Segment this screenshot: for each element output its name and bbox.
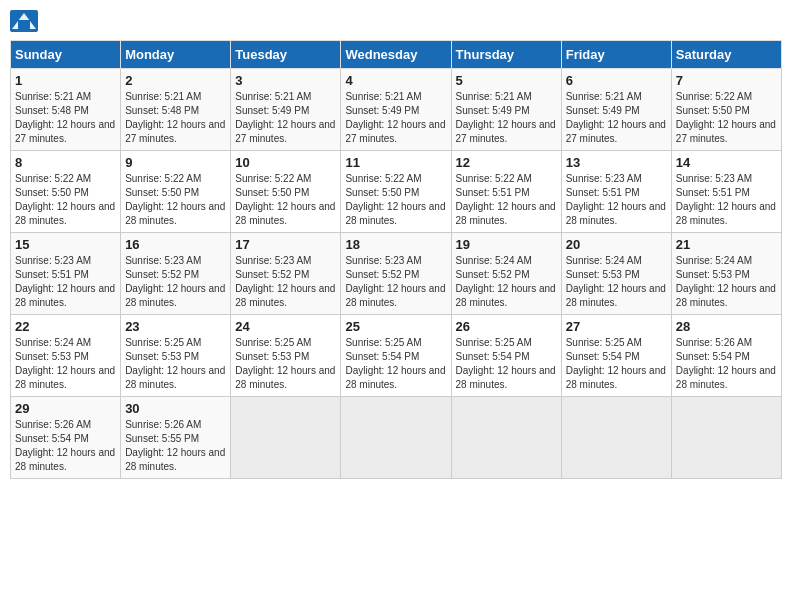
day-info: Sunrise: 5:23 AMSunset: 5:51 PMDaylight:… bbox=[676, 172, 777, 228]
day-number: 20 bbox=[566, 237, 667, 252]
calendar-cell bbox=[671, 397, 781, 479]
day-number: 19 bbox=[456, 237, 557, 252]
calendar-row: 1Sunrise: 5:21 AMSunset: 5:48 PMDaylight… bbox=[11, 69, 782, 151]
day-number: 18 bbox=[345, 237, 446, 252]
header-monday: Monday bbox=[121, 41, 231, 69]
calendar-cell: 9Sunrise: 5:22 AMSunset: 5:50 PMDaylight… bbox=[121, 151, 231, 233]
day-info: Sunrise: 5:22 AMSunset: 5:50 PMDaylight:… bbox=[345, 172, 446, 228]
svg-rect-2 bbox=[18, 20, 30, 29]
calendar-row: 8Sunrise: 5:22 AMSunset: 5:50 PMDaylight… bbox=[11, 151, 782, 233]
day-info: Sunrise: 5:22 AMSunset: 5:51 PMDaylight:… bbox=[456, 172, 557, 228]
day-info: Sunrise: 5:22 AMSunset: 5:50 PMDaylight:… bbox=[676, 90, 777, 146]
day-number: 28 bbox=[676, 319, 777, 334]
calendar-cell: 28Sunrise: 5:26 AMSunset: 5:54 PMDayligh… bbox=[671, 315, 781, 397]
day-info: Sunrise: 5:26 AMSunset: 5:54 PMDaylight:… bbox=[676, 336, 777, 392]
day-number: 25 bbox=[345, 319, 446, 334]
day-info: Sunrise: 5:22 AMSunset: 5:50 PMDaylight:… bbox=[15, 172, 116, 228]
day-number: 17 bbox=[235, 237, 336, 252]
calendar-row: 29Sunrise: 5:26 AMSunset: 5:54 PMDayligh… bbox=[11, 397, 782, 479]
calendar-cell: 27Sunrise: 5:25 AMSunset: 5:54 PMDayligh… bbox=[561, 315, 671, 397]
day-number: 1 bbox=[15, 73, 116, 88]
calendar-cell bbox=[561, 397, 671, 479]
calendar-header-row: SundayMondayTuesdayWednesdayThursdayFrid… bbox=[11, 41, 782, 69]
day-number: 22 bbox=[15, 319, 116, 334]
day-number: 10 bbox=[235, 155, 336, 170]
calendar-cell: 21Sunrise: 5:24 AMSunset: 5:53 PMDayligh… bbox=[671, 233, 781, 315]
calendar-cell: 8Sunrise: 5:22 AMSunset: 5:50 PMDaylight… bbox=[11, 151, 121, 233]
calendar-cell: 30Sunrise: 5:26 AMSunset: 5:55 PMDayligh… bbox=[121, 397, 231, 479]
calendar-cell: 26Sunrise: 5:25 AMSunset: 5:54 PMDayligh… bbox=[451, 315, 561, 397]
day-number: 11 bbox=[345, 155, 446, 170]
day-number: 5 bbox=[456, 73, 557, 88]
day-number: 2 bbox=[125, 73, 226, 88]
day-number: 26 bbox=[456, 319, 557, 334]
day-number: 13 bbox=[566, 155, 667, 170]
calendar-cell bbox=[451, 397, 561, 479]
calendar-cell: 2Sunrise: 5:21 AMSunset: 5:48 PMDaylight… bbox=[121, 69, 231, 151]
calendar-table: SundayMondayTuesdayWednesdayThursdayFrid… bbox=[10, 40, 782, 479]
calendar-cell bbox=[341, 397, 451, 479]
day-number: 7 bbox=[676, 73, 777, 88]
calendar-cell: 11Sunrise: 5:22 AMSunset: 5:50 PMDayligh… bbox=[341, 151, 451, 233]
day-info: Sunrise: 5:23 AMSunset: 5:51 PMDaylight:… bbox=[566, 172, 667, 228]
calendar-cell: 18Sunrise: 5:23 AMSunset: 5:52 PMDayligh… bbox=[341, 233, 451, 315]
logo-icon bbox=[10, 10, 38, 32]
day-info: Sunrise: 5:21 AMSunset: 5:48 PMDaylight:… bbox=[125, 90, 226, 146]
header-wednesday: Wednesday bbox=[341, 41, 451, 69]
calendar-cell: 16Sunrise: 5:23 AMSunset: 5:52 PMDayligh… bbox=[121, 233, 231, 315]
day-number: 8 bbox=[15, 155, 116, 170]
day-number: 9 bbox=[125, 155, 226, 170]
day-number: 14 bbox=[676, 155, 777, 170]
day-number: 15 bbox=[15, 237, 116, 252]
day-number: 27 bbox=[566, 319, 667, 334]
calendar-cell: 6Sunrise: 5:21 AMSunset: 5:49 PMDaylight… bbox=[561, 69, 671, 151]
day-info: Sunrise: 5:25 AMSunset: 5:54 PMDaylight:… bbox=[566, 336, 667, 392]
calendar-cell: 22Sunrise: 5:24 AMSunset: 5:53 PMDayligh… bbox=[11, 315, 121, 397]
calendar-cell: 17Sunrise: 5:23 AMSunset: 5:52 PMDayligh… bbox=[231, 233, 341, 315]
day-number: 12 bbox=[456, 155, 557, 170]
calendar-cell: 19Sunrise: 5:24 AMSunset: 5:52 PMDayligh… bbox=[451, 233, 561, 315]
day-number: 16 bbox=[125, 237, 226, 252]
day-info: Sunrise: 5:24 AMSunset: 5:53 PMDaylight:… bbox=[15, 336, 116, 392]
day-number: 30 bbox=[125, 401, 226, 416]
header-tuesday: Tuesday bbox=[231, 41, 341, 69]
calendar-cell: 7Sunrise: 5:22 AMSunset: 5:50 PMDaylight… bbox=[671, 69, 781, 151]
day-number: 23 bbox=[125, 319, 226, 334]
calendar-row: 15Sunrise: 5:23 AMSunset: 5:51 PMDayligh… bbox=[11, 233, 782, 315]
day-info: Sunrise: 5:22 AMSunset: 5:50 PMDaylight:… bbox=[125, 172, 226, 228]
header-friday: Friday bbox=[561, 41, 671, 69]
day-number: 21 bbox=[676, 237, 777, 252]
calendar-row: 22Sunrise: 5:24 AMSunset: 5:53 PMDayligh… bbox=[11, 315, 782, 397]
day-info: Sunrise: 5:24 AMSunset: 5:53 PMDaylight:… bbox=[566, 254, 667, 310]
day-info: Sunrise: 5:24 AMSunset: 5:52 PMDaylight:… bbox=[456, 254, 557, 310]
day-info: Sunrise: 5:23 AMSunset: 5:52 PMDaylight:… bbox=[125, 254, 226, 310]
calendar-cell: 13Sunrise: 5:23 AMSunset: 5:51 PMDayligh… bbox=[561, 151, 671, 233]
day-info: Sunrise: 5:23 AMSunset: 5:51 PMDaylight:… bbox=[15, 254, 116, 310]
calendar-cell: 1Sunrise: 5:21 AMSunset: 5:48 PMDaylight… bbox=[11, 69, 121, 151]
day-info: Sunrise: 5:21 AMSunset: 5:48 PMDaylight:… bbox=[15, 90, 116, 146]
calendar-cell: 25Sunrise: 5:25 AMSunset: 5:54 PMDayligh… bbox=[341, 315, 451, 397]
calendar-cell: 10Sunrise: 5:22 AMSunset: 5:50 PMDayligh… bbox=[231, 151, 341, 233]
day-info: Sunrise: 5:23 AMSunset: 5:52 PMDaylight:… bbox=[235, 254, 336, 310]
header-saturday: Saturday bbox=[671, 41, 781, 69]
day-number: 3 bbox=[235, 73, 336, 88]
calendar-cell: 20Sunrise: 5:24 AMSunset: 5:53 PMDayligh… bbox=[561, 233, 671, 315]
header-thursday: Thursday bbox=[451, 41, 561, 69]
day-info: Sunrise: 5:24 AMSunset: 5:53 PMDaylight:… bbox=[676, 254, 777, 310]
day-number: 4 bbox=[345, 73, 446, 88]
day-number: 6 bbox=[566, 73, 667, 88]
day-info: Sunrise: 5:25 AMSunset: 5:53 PMDaylight:… bbox=[125, 336, 226, 392]
calendar-cell: 24Sunrise: 5:25 AMSunset: 5:53 PMDayligh… bbox=[231, 315, 341, 397]
day-info: Sunrise: 5:21 AMSunset: 5:49 PMDaylight:… bbox=[566, 90, 667, 146]
calendar-cell bbox=[231, 397, 341, 479]
day-info: Sunrise: 5:26 AMSunset: 5:54 PMDaylight:… bbox=[15, 418, 116, 474]
day-info: Sunrise: 5:21 AMSunset: 5:49 PMDaylight:… bbox=[456, 90, 557, 146]
day-number: 24 bbox=[235, 319, 336, 334]
logo bbox=[10, 10, 42, 32]
calendar-cell: 12Sunrise: 5:22 AMSunset: 5:51 PMDayligh… bbox=[451, 151, 561, 233]
day-info: Sunrise: 5:25 AMSunset: 5:53 PMDaylight:… bbox=[235, 336, 336, 392]
day-info: Sunrise: 5:23 AMSunset: 5:52 PMDaylight:… bbox=[345, 254, 446, 310]
day-info: Sunrise: 5:21 AMSunset: 5:49 PMDaylight:… bbox=[235, 90, 336, 146]
header-sunday: Sunday bbox=[11, 41, 121, 69]
calendar-cell: 3Sunrise: 5:21 AMSunset: 5:49 PMDaylight… bbox=[231, 69, 341, 151]
